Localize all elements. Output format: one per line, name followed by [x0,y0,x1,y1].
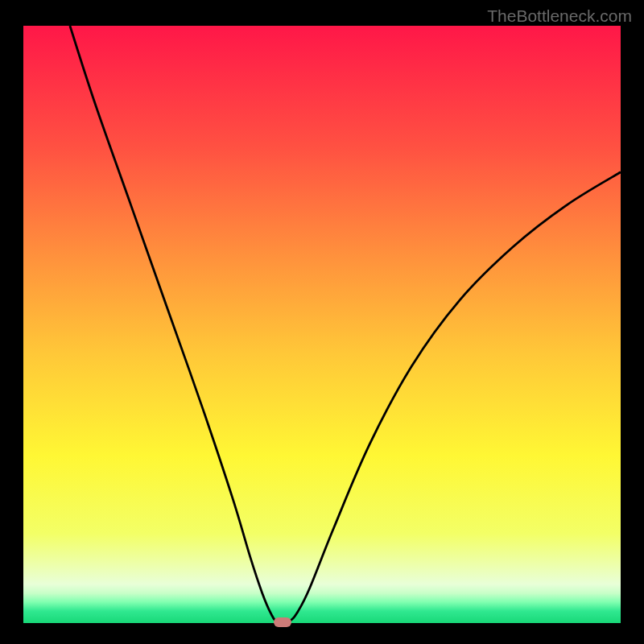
watermark-text: TheBottleneck.com [487,6,632,26]
chart-svg [0,0,644,644]
minimum-marker [274,617,291,627]
plot-background [23,26,621,623]
chart-container: TheBottleneck.com [0,0,644,644]
